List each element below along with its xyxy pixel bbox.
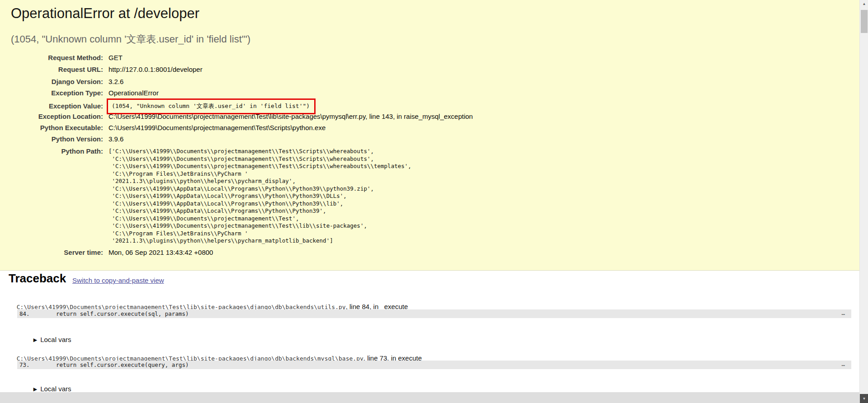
- python-executable-label: Python Executable:: [0, 124, 103, 131]
- error-summary-panel: OperationalError at /developer (1054, "U…: [0, 0, 859, 271]
- request-url-value: http://127.0.0.1:8001/developer: [108, 66, 203, 73]
- traceback-heading: Traceback: [9, 272, 66, 286]
- vertical-scrollbar[interactable]: ▲ ▼: [859, 0, 868, 403]
- python-version-label: Python Version:: [0, 135, 103, 143]
- switch-copy-paste-view-link[interactable]: Switch to copy-and-paste view: [72, 276, 164, 284]
- code-line-number: 73.: [19, 361, 30, 368]
- server-time-value: Mon, 06 Sep 2021 13:43:42 +0800: [108, 248, 213, 256]
- expand-arrow-icon: ▶: [33, 386, 37, 392]
- traceback-section: Traceback Switch to copy-and-paste view …: [0, 271, 859, 403]
- partial-frame-bar: C:\Users\41999\Documents\projectmanageme…: [0, 392, 859, 403]
- python-path-label: Python Path:: [0, 147, 103, 155]
- scroll-down-arrow-icon: ▼: [863, 397, 866, 401]
- exception-type-label: Exception Type:: [0, 89, 103, 97]
- code-line-text: return self.cursor.execute(sql, params): [56, 310, 189, 317]
- exception-location-label: Exception Location:: [0, 112, 103, 120]
- expand-context-ellipsis-icon[interactable]: …: [841, 361, 845, 367]
- exception-message-subtitle: (1054, "Unknown column '文章表.user_id' in …: [11, 33, 250, 46]
- local-vars-toggle[interactable]: ▶Local vars: [26, 328, 71, 336]
- traceback-frame-path: C:\Users\41999\Documents\projectmanageme…: [9, 295, 408, 303]
- scrollbar-thumb[interactable]: [861, 10, 868, 33]
- local-vars-label: Local vars: [40, 385, 71, 393]
- exception-type-value: OperationalError: [108, 89, 159, 97]
- server-time-label: Server time:: [0, 248, 103, 256]
- scroll-up-arrow-icon: ▲: [863, 2, 866, 6]
- request-method-label: Request Method:: [0, 54, 103, 61]
- expand-arrow-icon: ▶: [33, 337, 37, 342]
- local-vars-toggle[interactable]: ▶Local vars: [26, 377, 71, 385]
- exception-value-highlight-box: (1054, "Unknown column '文章表.user_id' in …: [107, 98, 316, 114]
- python-path-value: ['C:\\Users\\41999\\Documents\\projectma…: [108, 148, 411, 245]
- traceback-frame-path: C:\Users\41999\Documents\projectmanageme…: [9, 394, 380, 402]
- scrollbar-down-button[interactable]: ▼: [860, 394, 868, 403]
- local-vars-label: Local vars: [40, 336, 71, 343]
- scrollbar-up-button[interactable]: ▲: [860, 0, 868, 8]
- traceback-frame-path: C:\Users\41999\Documents\projectmanageme…: [9, 346, 422, 354]
- python-version-value: 3.9.6: [108, 135, 123, 143]
- expand-context-ellipsis-icon[interactable]: …: [841, 309, 845, 316]
- page-title: OperationalError at /developer: [11, 5, 199, 22]
- code-context-line[interactable]: 73. return self.cursor.execute(query, ar…: [17, 361, 851, 369]
- code-line-text: return self.cursor.execute(query, args): [56, 361, 189, 368]
- code-line-number: 84.: [19, 310, 30, 317]
- request-method-value: GET: [108, 54, 123, 61]
- code-context-line[interactable]: 84. return self.cursor.execute(sql, para…: [17, 309, 851, 318]
- exception-value-label: Exception Value:: [0, 102, 103, 110]
- django-version-value: 3.2.6: [108, 78, 123, 85]
- django-version-label: Django Version:: [0, 78, 103, 85]
- exception-location-value: C:\Users\41999\Documents\projectmanageme…: [108, 112, 473, 120]
- python-executable-value: C:\Users\41999\Documents\projectmanageme…: [108, 124, 326, 131]
- request-url-label: Request URL:: [0, 66, 103, 73]
